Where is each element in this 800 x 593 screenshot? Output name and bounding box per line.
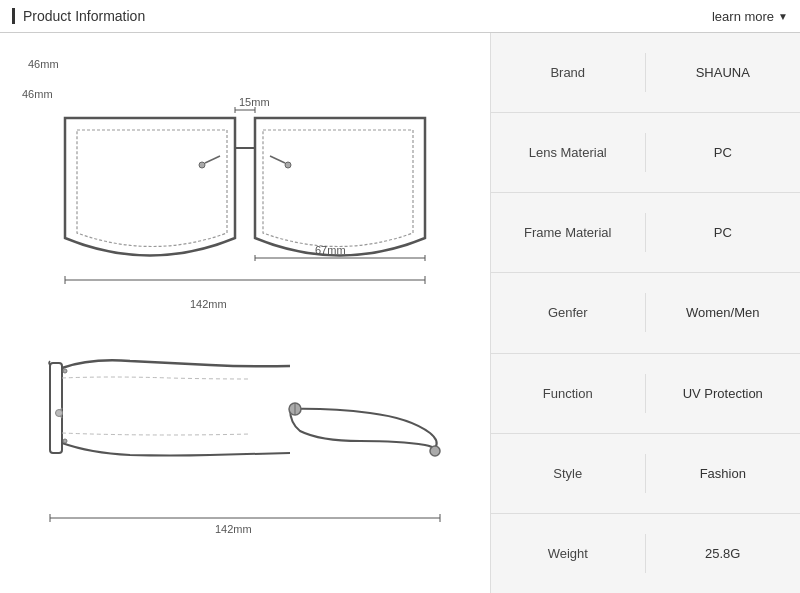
svg-rect-16 bbox=[50, 363, 62, 453]
spec-label: Frame Material bbox=[491, 213, 646, 252]
table-row: GenferWomen/Men bbox=[491, 273, 800, 353]
glasses-front-svg: 15mm 67mm bbox=[35, 88, 455, 288]
svg-text:15mm: 15mm bbox=[239, 96, 270, 108]
spec-label: Brand bbox=[491, 53, 646, 92]
spec-label: Lens Material bbox=[491, 133, 646, 172]
spec-label: Genfer bbox=[491, 293, 646, 332]
svg-point-2 bbox=[199, 162, 205, 168]
spec-value: Women/Men bbox=[646, 293, 801, 332]
svg-point-4 bbox=[285, 162, 291, 168]
page-title: Product Information bbox=[23, 8, 145, 24]
spec-value: 25.8G bbox=[646, 534, 801, 573]
spec-label: Function bbox=[491, 374, 646, 413]
table-row: Weight25.8G bbox=[491, 514, 800, 593]
spec-value: PC bbox=[646, 133, 801, 172]
svg-point-20 bbox=[56, 410, 63, 417]
table-row: Lens MaterialPC bbox=[491, 113, 800, 193]
table-row: FunctionUV Protection bbox=[491, 354, 800, 434]
spec-value: Fashion bbox=[646, 454, 801, 493]
table-row: Frame MaterialPC bbox=[491, 193, 800, 273]
main-content: 46mm bbox=[0, 33, 800, 593]
svg-text:67mm: 67mm bbox=[315, 244, 346, 256]
learn-more-arrow-icon: ▼ bbox=[778, 11, 788, 22]
svg-point-21 bbox=[63, 369, 67, 373]
header-left: Product Information bbox=[12, 8, 145, 24]
svg-point-17 bbox=[430, 446, 440, 456]
table-row: StyleFashion bbox=[491, 434, 800, 514]
dim-142mm-top-label: 142mm bbox=[190, 298, 227, 310]
diagram-area: 46mm bbox=[0, 33, 490, 593]
spec-table: BrandSHAUNALens MaterialPCFrame Material… bbox=[490, 33, 800, 593]
front-view-diagram: 46mm bbox=[10, 43, 480, 303]
svg-line-3 bbox=[270, 156, 285, 163]
side-view-diagram: 142mm bbox=[10, 303, 480, 553]
dim-46mm-label: 46mm bbox=[28, 58, 59, 70]
spec-value: SHAUNA bbox=[646, 53, 801, 92]
spec-label: Weight bbox=[491, 534, 646, 573]
header-bar-decoration bbox=[12, 8, 15, 24]
spec-label: Style bbox=[491, 454, 646, 493]
learn-more-button[interactable]: learn more ▼ bbox=[712, 9, 788, 24]
page-header: Product Information learn more ▼ bbox=[0, 0, 800, 33]
table-row: BrandSHAUNA bbox=[491, 33, 800, 113]
learn-more-label: learn more bbox=[712, 9, 774, 24]
svg-text:142mm: 142mm bbox=[215, 523, 252, 535]
svg-line-1 bbox=[205, 156, 220, 163]
spec-value: PC bbox=[646, 213, 801, 252]
spec-value: UV Protection bbox=[646, 374, 801, 413]
dim-46mm-absolute: 46mm bbox=[22, 88, 53, 100]
glasses-side-svg: 142mm bbox=[30, 313, 460, 543]
svg-point-22 bbox=[63, 439, 67, 443]
